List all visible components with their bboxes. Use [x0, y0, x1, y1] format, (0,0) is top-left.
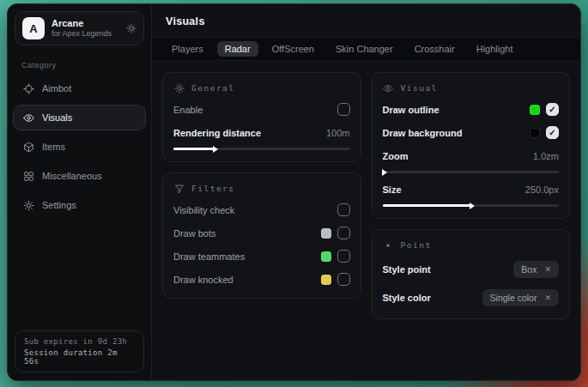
draw-bots-checkbox[interactable] — [337, 227, 350, 239]
app-header-card: A Arcane for Apex Legends — [15, 11, 144, 45]
session-duration-text: Session duration 2m 56s — [24, 348, 135, 366]
dot-icon — [383, 239, 394, 251]
draw-teammates-color-swatch[interactable] — [321, 251, 331, 262]
right-column: Visual Draw outline ✓ Draw background — [372, 72, 571, 319]
left-column: General Enable Rendering distance 100m — [162, 72, 361, 299]
sub-expires-text: Sub expires in 9d 23h — [24, 337, 135, 346]
eye-icon — [22, 112, 34, 124]
sidebar-item-aimbot[interactable]: Aimbot — [13, 76, 146, 101]
close-icon[interactable]: ✕ — [544, 265, 551, 274]
style-color-row: Style color Single color ✕ — [383, 288, 560, 307]
size-value: 250.0px — [525, 184, 559, 195]
tab-crosshair[interactable]: Crosshair — [407, 41, 463, 57]
general-panel-header: General — [173, 82, 350, 94]
sidebar-item-label: Settings — [42, 200, 76, 210]
subscription-info-card: Sub expires in 9d 23h Session duration 2… — [15, 330, 144, 372]
zoom-slider[interactable] — [383, 171, 560, 173]
rendering-distance-value: 100m — [326, 128, 350, 138]
sidebar-item-settings[interactable]: Settings — [13, 192, 146, 218]
style-color-select[interactable]: Single color ✕ — [482, 289, 559, 306]
sidebar-nav: Aimbot Visuals Items — [8, 76, 151, 221]
content-area: General Enable Rendering distance 100m — [152, 61, 580, 380]
draw-background-row: Draw background ✓ — [383, 125, 560, 140]
close-icon[interactable]: ✕ — [544, 293, 551, 302]
sidebar-item-miscellaneous[interactable]: Miscellaneous — [13, 163, 146, 189]
enable-label: Enable — [173, 105, 203, 115]
point-panel: Point Style point Box ✕ Style color — [372, 229, 571, 319]
draw-teammates-row: Draw teammates — [173, 249, 350, 263]
tab-highlight[interactable]: Highlight — [469, 41, 521, 57]
draw-background-checkbox[interactable]: ✓ — [546, 126, 559, 139]
app-titles: Arcane for Apex Legends — [52, 18, 112, 39]
draw-background-label: Draw background — [383, 128, 463, 138]
draw-bots-color-swatch[interactable] — [321, 228, 331, 239]
crosshair-icon — [22, 82, 34, 94]
rendering-distance-slider[interactable] — [173, 148, 350, 150]
draw-knocked-color-swatch[interactable] — [321, 275, 331, 285]
tab-offscreen[interactable]: OffScreen — [264, 41, 322, 57]
panel-title: Filters — [191, 184, 235, 193]
panel-title: Visual — [401, 83, 438, 93]
slider-thumb[interactable] — [382, 169, 387, 176]
size-slider[interactable] — [383, 204, 560, 207]
draw-teammates-checkbox[interactable] — [337, 250, 350, 263]
visual-panel: Visual Draw outline ✓ Draw background — [372, 72, 571, 219]
draw-outline-checkbox[interactable]: ✓ — [546, 103, 559, 116]
tab-bar: Players Radar OffScreen Skin Changer Cro… — [152, 37, 580, 61]
draw-outline-color-swatch[interactable] — [530, 105, 540, 115]
category-label: Category — [8, 52, 151, 76]
draw-outline-label: Draw outline — [383, 105, 439, 115]
filters-panel-header: Filters — [173, 183, 350, 194]
tab-players[interactable]: Players — [164, 41, 211, 57]
slider-thumb[interactable] — [470, 203, 475, 209]
visibility-check-checkbox[interactable] — [337, 203, 350, 216]
gear-icon — [22, 199, 34, 211]
sidebar-item-label: Aimbot — [42, 83, 71, 94]
size-row: Size 250.0px — [383, 182, 560, 197]
draw-outline-row: Draw outline ✓ — [383, 102, 560, 117]
app-logo: A — [22, 17, 45, 39]
style-point-label: Style point — [383, 264, 431, 275]
app-tagline: for Apex Legends — [52, 29, 112, 39]
eye-icon — [383, 82, 394, 94]
sidebar: A Arcane for Apex Legends Category Aimbo… — [8, 4, 152, 380]
sidebar-item-items[interactable]: Items — [13, 134, 146, 160]
rendering-distance-row: Rendering distance 100m — [173, 125, 350, 140]
gear-icon — [173, 82, 185, 94]
zoom-row: Zoom 1.0zm — [383, 148, 560, 163]
draw-knocked-checkbox[interactable] — [337, 273, 350, 286]
main-area: Visuals Players Radar OffScreen Skin Cha… — [152, 4, 580, 380]
zoom-value: 1.0zm — [533, 151, 559, 161]
draw-knocked-row: Draw knocked — [173, 272, 350, 287]
style-point-row: Style point Box ✕ — [383, 260, 560, 279]
tab-skin-changer[interactable]: Skin Changer — [328, 41, 401, 57]
sidebar-item-label: Visuals — [42, 112, 72, 123]
panel-title: General — [191, 83, 235, 93]
draw-bots-label: Draw bots — [173, 228, 216, 239]
app-name: Arcane — [52, 18, 112, 30]
style-color-label: Style color — [383, 293, 431, 303]
sidebar-item-visuals[interactable]: Visuals — [13, 105, 146, 130]
style-point-select[interactable]: Box ✕ — [513, 261, 559, 278]
general-panel: General Enable Rendering distance 100m — [162, 72, 361, 162]
visual-panel-header: Visual — [383, 82, 560, 94]
style-point-value: Box — [521, 264, 536, 275]
enable-checkbox[interactable] — [337, 103, 350, 116]
draw-bots-row: Draw bots — [173, 226, 350, 240]
main-header: Visuals — [152, 4, 580, 37]
draw-teammates-label: Draw teammates — [173, 251, 245, 262]
slider-thumb[interactable] — [213, 146, 218, 153]
visibility-check-label: Visibility check — [173, 205, 234, 215]
settings-gear-icon[interactable] — [126, 23, 136, 33]
page-title: Visuals — [166, 15, 567, 27]
sidebar-item-label: Miscellaneous — [42, 171, 102, 181]
app-window: A Arcane for Apex Legends Category Aimbo… — [7, 3, 581, 381]
draw-knocked-label: Draw knocked — [173, 275, 233, 285]
funnel-icon — [173, 183, 185, 194]
tab-radar[interactable]: Radar — [217, 41, 258, 57]
rendering-distance-label: Rendering distance — [173, 128, 261, 138]
sidebar-item-label: Items — [42, 142, 65, 152]
panel-title: Point — [401, 240, 432, 250]
grid-icon — [22, 170, 34, 182]
draw-background-color-swatch[interactable] — [530, 128, 540, 138]
